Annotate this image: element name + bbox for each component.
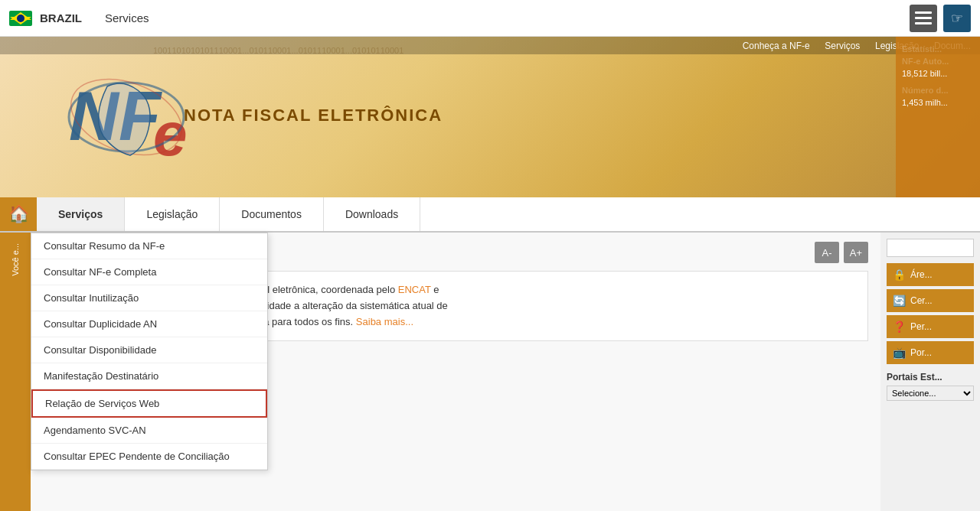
hamburger-line-2: [915, 17, 932, 19]
sidebar-btn-por[interactable]: 📺 Por...: [887, 341, 974, 364]
font-decrease-button[interactable]: A-: [815, 242, 839, 263]
accessibility-icon[interactable]: ☞: [943, 5, 971, 32]
portais-select[interactable]: Selecione...: [887, 386, 974, 401]
stats-panel: Estatísti... NF-e Auto... 18,512 bill...…: [896, 37, 980, 197]
hamburger-line-1: [915, 11, 932, 14]
dropdown-item-7[interactable]: Agendamento SVC-AN: [31, 418, 267, 444]
right-sidebar: 🔒 Áre... 🔄 Cer... ❓ Per... 📺 Por... Port…: [880, 233, 980, 511]
question-icon: ❓: [893, 321, 906, 333]
home-button[interactable]: 🏠: [0, 197, 37, 231]
stats-label1: NF-e Auto...: [902, 57, 974, 66]
search-input[interactable]: [887, 239, 974, 257]
tab-documentos[interactable]: Documentos: [220, 197, 324, 231]
dropdown-item-4[interactable]: Consultar Disponibilidade: [31, 337, 267, 363]
stats-value2: 1,453 milh...: [902, 98, 974, 107]
portais-title: Portais Est...: [887, 372, 974, 382]
top-bar: BRAZIL Services ☞: [0, 0, 980, 37]
sidebar-label: Você e...: [11, 239, 20, 281]
dropdown-item-6-relacao[interactable]: Relação de Serviços Web: [31, 389, 267, 418]
stats-label2: Número d...: [902, 86, 974, 95]
tab-downloads[interactable]: Downloads: [324, 197, 420, 231]
hamburger-line-3: [915, 22, 932, 24]
banner-logo-area: NF e: [61, 56, 191, 184]
dropdown-item-1[interactable]: Consultar NF-e Completa: [31, 259, 267, 285]
stats-value1: 18,512 bill...: [902, 69, 974, 78]
dropdown-item-0[interactable]: Consultar Resumo da NF-e: [31, 233, 267, 259]
tab-legislacao[interactable]: Legislação: [125, 197, 220, 231]
services-label: Services: [105, 11, 149, 24]
sidebar-btn-cer[interactable]: 🔄 Cer...: [887, 289, 974, 312]
banner-title: NOTA FISCAL ELETRÔNICA: [184, 106, 443, 125]
font-increase-button[interactable]: A+: [844, 242, 868, 263]
dropdown-item-3[interactable]: Consultar Duplicidade AN: [31, 311, 267, 337]
encat-link[interactable]: ENCAT: [398, 284, 431, 295]
content-text2: e: [433, 284, 439, 295]
sidebar-btn-per[interactable]: ❓ Per...: [887, 315, 974, 338]
country-name: BRAZIL: [40, 11, 82, 24]
stats-title: Estatísti...: [902, 44, 974, 54]
tab-servicos[interactable]: Serviços: [37, 197, 125, 231]
nav-link-servicos[interactable]: Serviços: [825, 41, 860, 51]
dropdown-item-8[interactable]: Consultar EPEC Pendente de Conciliação: [31, 444, 267, 470]
saiba-mais-link[interactable]: Saiba mais...: [356, 316, 413, 327]
sidebar-btn-per-label: Per...: [910, 321, 932, 332]
banner-bg-text: 1001101010101110001...010110001...010111…: [153, 44, 827, 106]
lock-icon: 🔒: [893, 269, 906, 281]
sidebar-btn-por-label: Por...: [910, 347, 932, 358]
sidebar-btn-area-label: Áre...: [910, 269, 933, 280]
sidebar-btn-area[interactable]: 🔒 Áre...: [887, 263, 974, 286]
main-nav: 🏠 Serviços Legislação Documentos Downloa…: [0, 197, 980, 233]
sidebar-btn-cer-label: Cer...: [910, 295, 933, 306]
flag-circle: [17, 15, 24, 22]
top-bar-right: ☞: [910, 5, 971, 32]
home-icon: 🏠: [8, 204, 29, 224]
banner: Conheça a NF-e Serviços Legislação Docum…: [0, 37, 980, 197]
dropdown-item-2[interactable]: Consultar Inutilização: [31, 285, 267, 311]
nfe-logo-svg: NF e: [61, 56, 191, 182]
top-bar-left: BRAZIL Services: [9, 11, 149, 26]
monitor-icon: 📺: [893, 347, 906, 359]
left-sidebar: Você e...: [0, 233, 31, 511]
brazil-flag: [9, 11, 32, 26]
dropdown-item-5[interactable]: Manifestação Destinatário: [31, 363, 267, 389]
content-wrapper: Você e... Consultar Resumo da NF-e Consu…: [0, 233, 980, 511]
portais-section: Portais Est... Selecione...: [887, 372, 974, 401]
refresh-icon: 🔄: [893, 295, 906, 307]
hamburger-icon[interactable]: [910, 5, 937, 32]
dropdown-menu: Consultar Resumo da NF-e Consultar NF-e …: [31, 233, 268, 470]
